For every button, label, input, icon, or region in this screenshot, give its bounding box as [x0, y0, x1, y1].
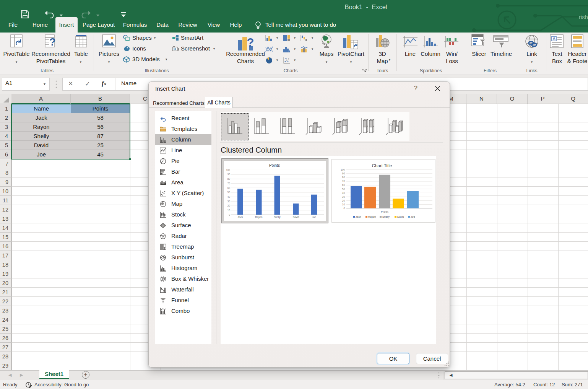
svg-text:Shelly: Shelly [382, 215, 390, 218]
svg-text:40: 40 [342, 192, 345, 194]
svg-text:Points: Points [381, 211, 388, 213]
svg-text:10: 10 [342, 203, 345, 206]
svg-text:90: 90 [227, 173, 231, 176]
svg-text:10: 10 [227, 209, 231, 212]
svg-text:Points: Points [269, 163, 280, 168]
svg-text:20: 20 [342, 199, 345, 202]
svg-text:30: 30 [227, 200, 231, 203]
svg-text:A: A [553, 36, 556, 41]
svg-text:?: ? [247, 36, 254, 49]
svg-text:90: 90 [342, 172, 345, 175]
svg-text:60: 60 [342, 184, 345, 186]
svg-text:Joe: Joe [312, 216, 316, 218]
svg-text:30: 30 [342, 195, 345, 198]
svg-text:Joe: Joe [411, 215, 415, 218]
svg-text:20: 20 [227, 204, 231, 207]
svg-text:40: 40 [227, 195, 231, 198]
svg-text:50: 50 [227, 191, 231, 194]
svg-text:100: 100 [341, 168, 345, 171]
svg-text:50: 50 [342, 188, 345, 190]
svg-text:Jack: Jack [238, 216, 243, 218]
svg-text:80: 80 [227, 177, 231, 180]
svg-text:David: David [293, 216, 299, 218]
svg-text:0: 0 [229, 213, 230, 216]
svg-text:Chart Title: Chart Title [372, 163, 392, 168]
svg-text:Jack: Jack [356, 215, 361, 218]
svg-text:70: 70 [227, 182, 231, 185]
svg-text:100: 100 [226, 169, 230, 171]
svg-text:Rayon: Rayon [368, 215, 376, 218]
svg-text:?: ? [49, 36, 56, 47]
svg-text:David: David [397, 215, 404, 218]
svg-text:70: 70 [342, 180, 345, 182]
svg-text:60: 60 [227, 187, 231, 189]
svg-text:Rayon: Rayon [255, 216, 263, 219]
svg-text:0: 0 [343, 207, 345, 210]
svg-text:Shelly: Shelly [274, 216, 281, 219]
svg-text:80: 80 [342, 176, 345, 179]
